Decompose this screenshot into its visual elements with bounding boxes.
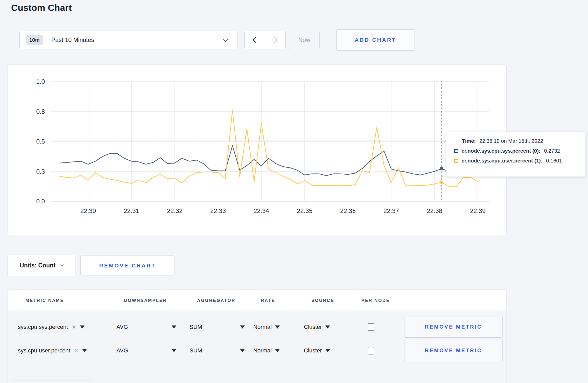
tooltip-series-name: cr.node.sys.cpu.sys.percent (0): (461, 148, 541, 154)
chevron-down-icon (240, 349, 245, 352)
metric-name: sys.cpu.user.percent (18, 347, 70, 354)
units-select[interactable]: Units: Count (8, 255, 75, 276)
series-0-swatch-icon (454, 149, 458, 153)
clear-metric-icon[interactable]: × (74, 347, 78, 354)
y-axis-tick-label: 0.5 (36, 138, 45, 145)
x-axis-tick-label: 22:36 (340, 207, 356, 214)
downsampler-select[interactable]: AVG (116, 339, 176, 363)
units-label: Units: Count (20, 262, 55, 269)
column-header-source: SOURCE (311, 298, 334, 303)
metric-name-cell: sys.cpu.user.percent × (18, 339, 87, 363)
source-value: Cluster (304, 324, 322, 330)
chevron-down-icon (325, 349, 330, 352)
column-header-aggregator: AGGREGATOR (197, 298, 235, 303)
chevron-down-icon (275, 349, 280, 352)
rate-select[interactable]: Normal (253, 315, 280, 339)
column-header-rate: RATE (261, 298, 275, 303)
y-axis-tick-label: 0.3 (36, 168, 45, 175)
metrics-table: METRIC NAME DOWNSAMPLER AGGREGATOR RATE … (8, 289, 507, 383)
series-1-swatch-icon (454, 159, 458, 163)
tooltip-series-row: cr.node.sys.cpu.sys.percent (0): 0.2732 (454, 148, 578, 154)
time-range-select[interactable]: 10m Past 10 Minutes (19, 31, 237, 49)
add-metric-button[interactable]: ADD METRIC (13, 380, 92, 383)
tooltip-time-row: Time: 22:38:10 on Mar 15th, 2022 (454, 138, 578, 144)
x-axis-tick-label: 22:37 (383, 207, 399, 214)
chevron-down-icon (172, 349, 176, 352)
chevron-down-icon (60, 263, 64, 266)
x-axis-tick-label: 22:39 (470, 207, 486, 214)
aggregator-value: SUM (190, 324, 202, 330)
series-highlight-dot (440, 167, 443, 170)
time-range-badge: 10m (26, 35, 43, 45)
add-chart-button[interactable]: ADD CHART (336, 29, 415, 51)
now-button[interactable]: Now (289, 31, 320, 49)
y-axis-tick-label: 1.0 (36, 78, 45, 85)
downsampler-select[interactable]: AVG (116, 315, 176, 339)
chevron-down-icon (325, 325, 330, 329)
per-node-checkbox[interactable] (368, 323, 374, 331)
chevron-down-icon (172, 325, 176, 329)
aggregator-value: SUM (190, 347, 202, 354)
tooltip-time-value: 22:38:10 on Mar 15th, 2022 (479, 138, 543, 144)
x-axis-tick-label: 22:30 (80, 207, 96, 214)
chevron-down-icon (240, 325, 245, 329)
x-axis-tick-label: 22:31 (124, 207, 139, 214)
y-axis-tick-label: 0.8 (36, 108, 45, 115)
x-axis-tick-label: 22:34 (254, 207, 269, 214)
x-axis-tick-label: 22:35 (297, 207, 312, 214)
metric-name: sys.cpu.sys.percent (18, 324, 68, 330)
rate-value: Normal (253, 347, 272, 354)
remove-metric-button[interactable]: REMOVE METRIC (404, 340, 503, 361)
time-range-label: Past 10 Minutes (51, 37, 94, 44)
downsampler-value: AVG (116, 347, 128, 354)
column-header-metric-name: METRIC NAME (25, 298, 64, 303)
x-axis-tick-label: 22:32 (167, 207, 183, 214)
table-row: sys.cpu.sys.percent × AVG SUM Normal Clu… (8, 315, 507, 339)
column-header-per-node: PER NODE (361, 298, 390, 303)
series-line (59, 110, 478, 187)
tooltip-series-row: cr.node.sys.cpu.user.percent (1): 0.1601 (454, 158, 578, 164)
source-select[interactable]: Cluster (304, 339, 330, 363)
metric-dropdown-icon[interactable] (80, 325, 85, 329)
tooltip-series-value: 0.1601 (546, 158, 562, 164)
x-axis-tick-label: 22:38 (427, 207, 442, 214)
aggregator-select[interactable]: SUM (190, 315, 245, 339)
tooltip-series-value: 0.2732 (544, 148, 560, 154)
metric-dropdown-icon[interactable] (82, 349, 87, 352)
remove-chart-button[interactable]: REMOVE CHART (80, 256, 175, 275)
remove-metric-button[interactable]: REMOVE METRIC (404, 316, 503, 338)
page-title: Custom Chart (11, 3, 72, 13)
metrics-table-body: sys.cpu.sys.percent × AVG SUM Normal Clu… (8, 310, 507, 383)
table-row: sys.cpu.user.percent × AVG SUM Normal Cl… (8, 339, 507, 363)
next-timespan-button[interactable] (265, 31, 286, 49)
rate-value: Normal (253, 324, 272, 330)
tooltip-time-label: Time: (462, 138, 476, 144)
series-line (59, 146, 478, 176)
per-node-cell (368, 315, 374, 339)
chart-tooltip: Time: 22:38:10 on Mar 15th, 2022 cr.node… (446, 132, 586, 177)
x-axis-tick-label: 22:33 (210, 207, 226, 214)
downsampler-value: AVG (116, 324, 128, 330)
column-header-downsampler: DOWNSAMPLER (124, 298, 167, 303)
line-chart[interactable]: 1.00.80.50.30.022:3022:3122:3222:3322:34… (8, 65, 507, 235)
chevron-down-icon (223, 37, 228, 42)
y-axis-tick-label: 0.0 (36, 198, 45, 205)
toolbar-divider (8, 31, 8, 49)
chevron-right-icon (271, 37, 277, 43)
series-highlight-dot (440, 181, 443, 184)
metric-name-cell: sys.cpu.sys.percent × (18, 315, 85, 339)
rate-select[interactable]: Normal (253, 339, 280, 363)
per-node-cell (368, 339, 374, 363)
tooltip-series-name: cr.node.sys.cpu.user.percent (1): (461, 158, 542, 164)
previous-timespan-button[interactable] (244, 31, 265, 49)
per-node-checkbox[interactable] (368, 347, 374, 354)
aggregator-select[interactable]: SUM (190, 339, 245, 363)
chevron-down-icon (275, 325, 280, 329)
source-select[interactable]: Cluster (304, 315, 330, 339)
source-value: Cluster (304, 347, 322, 354)
clear-metric-icon[interactable]: × (72, 324, 76, 331)
chevron-left-icon (253, 37, 259, 43)
